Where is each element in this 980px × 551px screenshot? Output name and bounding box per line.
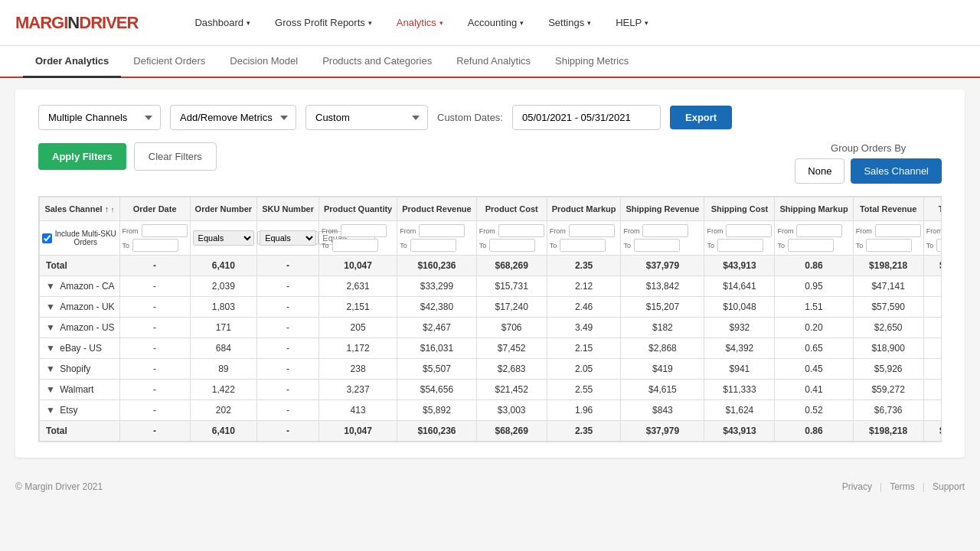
cell-sku-number: - (257, 338, 319, 359)
expand-icon[interactable]: ▼ (46, 343, 57, 354)
cell-total-rev: $47,141 (853, 276, 923, 297)
cell-product-cost: $68,269 (476, 421, 547, 442)
cell-product-markup: 3.49 (547, 318, 621, 338)
clear-filters-button[interactable]: Clear Filters (134, 142, 217, 171)
cell-product-rev: $160,236 (397, 256, 476, 276)
cell-order-number: 202 (190, 400, 257, 421)
cell-product-qty: 10,047 (319, 421, 397, 442)
cell-channel: ▼ Amazon - US (40, 318, 120, 338)
prod-rev-from[interactable] (419, 224, 465, 237)
terms-link[interactable]: Terms (890, 481, 915, 492)
cell-channel: ▼ Etsy (40, 400, 120, 421)
cell-product-qty: 2,631 (319, 276, 397, 297)
cell-product-qty: 2,151 (319, 297, 397, 318)
table-row: ▼ Amazon - CA-2,039-2,631$33,299$15,7312… (40, 276, 942, 297)
cell-product-qty: 238 (319, 359, 397, 380)
prod-qty-from[interactable] (341, 224, 387, 237)
cell-sku-number: - (257, 297, 319, 318)
cell-channel: Total (40, 421, 120, 442)
cell-channel: ▼ Walmart (40, 380, 120, 400)
prod-cost-from[interactable] (498, 224, 544, 237)
channels-select[interactable]: Multiple Channels (38, 105, 161, 130)
ship-cost-to[interactable] (717, 239, 763, 252)
date-range-select[interactable]: Custom (305, 105, 428, 130)
group-sales-channel-button[interactable]: Sales Channel (851, 158, 942, 184)
cell-shipping-cost: $4,392 (704, 338, 775, 359)
col-shipping-cost: Shipping Cost (704, 197, 775, 221)
privacy-link[interactable]: Privacy (842, 481, 872, 492)
col-order-number: Order Number (190, 197, 257, 221)
cell-order-number: 1,422 (190, 380, 257, 400)
expand-icon[interactable]: ▼ (46, 405, 57, 416)
support-link[interactable]: Support (933, 481, 965, 492)
expand-icon[interactable]: ▼ (46, 322, 57, 333)
table-row: ▼ Walmart-1,422-3,237$54,656$21,4522.55$… (40, 380, 942, 400)
sku-filter-select[interactable]: Equals (260, 230, 316, 246)
cell-total-cost: $27,288 (923, 297, 942, 318)
expand-icon[interactable]: ▼ (46, 281, 57, 292)
expand-icon[interactable]: ▼ (46, 364, 57, 374)
cell-shipping-cost: $932 (704, 318, 775, 338)
prod-rev-to[interactable] (410, 239, 456, 252)
cell-product-qty: 413 (319, 400, 397, 421)
chevron-down-icon: ▾ (247, 19, 250, 27)
cell-channel: ▼ Shopify (40, 359, 120, 380)
prod-cost-to[interactable] (489, 239, 535, 252)
cell-total-cost: $4,627 (923, 400, 942, 421)
metrics-select[interactable]: Add/Remove Metrics (170, 105, 296, 130)
ship-rev-from[interactable] (642, 224, 688, 237)
cell-product-cost: $21,452 (476, 380, 547, 400)
nav-analytics[interactable]: Analytics ▾ (386, 11, 454, 34)
nav-dashboard[interactable]: Dashboard ▾ (184, 11, 261, 34)
prod-markup-to[interactable] (560, 239, 606, 252)
cell-shipping-markup: 0.86 (775, 256, 853, 276)
cell-sku-number: - (257, 256, 319, 276)
custom-dates-input[interactable] (512, 105, 661, 130)
col-product-qty: Product Quantity (319, 197, 397, 221)
nav-accounting[interactable]: Accounting ▾ (457, 11, 534, 34)
subnav-products-categories[interactable]: Products and Categories (310, 46, 444, 78)
ship-cost-from[interactable] (726, 224, 772, 237)
cell-shipping-markup: 0.41 (775, 380, 853, 400)
order-num-filter-select[interactable]: Equals (193, 230, 255, 246)
cell-product-rev: $54,656 (397, 380, 476, 400)
order-date-to[interactable] (132, 239, 178, 252)
col-sales-channel[interactable]: Sales Channel ↑ (40, 197, 120, 221)
cell-total-cost: $112,183 (923, 421, 942, 442)
apply-filters-button[interactable]: Apply Filters (38, 143, 126, 170)
nav-gross-profit[interactable]: Gross Profit Reports ▾ (264, 11, 383, 34)
total-rev-from[interactable] (875, 224, 921, 237)
export-button[interactable]: Export (670, 106, 732, 129)
ship-rev-to[interactable] (634, 239, 680, 252)
total-cost-to[interactable] (936, 239, 942, 252)
subnav-refund-analytics[interactable]: Refund Analytics (444, 46, 543, 78)
order-date-from[interactable] (142, 224, 188, 237)
cell-product-markup: 2.35 (547, 421, 621, 442)
filter-row: Multiple Channels Add/Remove Metrics Cus… (38, 105, 942, 130)
ship-markup-to[interactable] (788, 239, 834, 252)
cell-shipping-markup: 0.45 (775, 359, 853, 380)
cell-product-markup: 2.12 (547, 276, 621, 297)
cell-product-rev: $16,031 (397, 338, 476, 359)
subnav-shipping-metrics[interactable]: Shipping Metrics (543, 46, 641, 78)
include-multi-sku-checkbox[interactable] (42, 233, 52, 243)
cell-product-qty: 3,237 (319, 380, 397, 400)
expand-icon[interactable]: ▼ (46, 302, 57, 312)
subnav-decision-model[interactable]: Decision Model (217, 46, 310, 78)
subnav-order-analytics[interactable]: Order Analytics (23, 46, 121, 78)
prod-qty-to[interactable] (332, 239, 378, 252)
prod-markup-from[interactable] (569, 224, 615, 237)
cell-product-rev: $42,380 (397, 297, 476, 318)
ship-markup-from[interactable] (796, 224, 842, 237)
expand-icon[interactable]: ▼ (46, 384, 57, 395)
copyright: © Margin Driver 2021 (15, 481, 103, 492)
nav-settings[interactable]: Settings ▾ (537, 11, 602, 34)
subnav-deficient-orders[interactable]: Deficient Orders (121, 46, 217, 78)
group-none-button[interactable]: None (795, 158, 844, 184)
cell-total-rev: $198,218 (853, 421, 923, 442)
table-row: Total-6,410-10,047$160,236$68,2692.35$37… (40, 256, 942, 276)
data-table: Sales Channel ↑ Order Date Order Number … (38, 196, 942, 442)
total-rev-to[interactable] (866, 239, 912, 252)
col-shipping-markup: Shipping Markup (775, 197, 853, 221)
nav-help[interactable]: HELP ▾ (605, 11, 659, 34)
